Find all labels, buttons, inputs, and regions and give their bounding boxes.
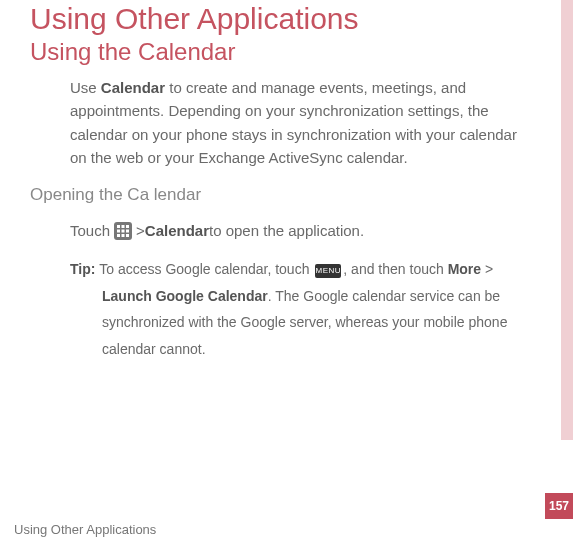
- svg-rect-4: [117, 229, 120, 232]
- tip-text-1: To access Google calendar, touch: [99, 261, 313, 277]
- side-stripe: [561, 0, 573, 440]
- app-grid-icon: [114, 222, 132, 240]
- tip-block: Tip: To access Google calendar, touch ME…: [70, 256, 523, 362]
- menu-icon: MENU: [315, 264, 341, 278]
- svg-rect-2: [122, 225, 125, 228]
- page-content: Using Other Applications Using the Calen…: [0, 2, 573, 363]
- touch-instruction: Touch > Calendar to open the application…: [70, 219, 543, 242]
- touch-gt: >: [136, 219, 145, 242]
- svg-rect-3: [126, 225, 129, 228]
- tip-bold-launch: Launch Google Calendar: [102, 288, 268, 304]
- footer-text: Using Other Applications: [14, 522, 156, 537]
- heading-1: Using Other Applications: [30, 2, 543, 36]
- touch-bold-calendar: Calendar: [145, 219, 209, 242]
- svg-rect-1: [117, 225, 120, 228]
- svg-rect-5: [122, 229, 125, 232]
- heading-3: Opening the Ca lendar: [30, 185, 543, 205]
- intro-bold-calendar: Calendar: [101, 79, 165, 96]
- touch-text-2: to open the application.: [209, 219, 364, 242]
- heading-2: Using the Calendar: [30, 38, 543, 66]
- svg-rect-7: [117, 234, 120, 237]
- svg-rect-6: [126, 229, 129, 232]
- page-number-tab: 157: [545, 493, 573, 519]
- tip-text-2: , and then touch: [343, 261, 447, 277]
- tip-label: Tip:: [70, 261, 99, 277]
- tip-bold-more: More: [448, 261, 481, 277]
- svg-rect-8: [122, 234, 125, 237]
- tip-text-3: >: [481, 261, 493, 277]
- svg-rect-9: [126, 234, 129, 237]
- intro-text-1: Use: [70, 79, 101, 96]
- intro-paragraph: Use Calendar to create and manage events…: [70, 76, 523, 169]
- touch-text-1: Touch: [70, 219, 110, 242]
